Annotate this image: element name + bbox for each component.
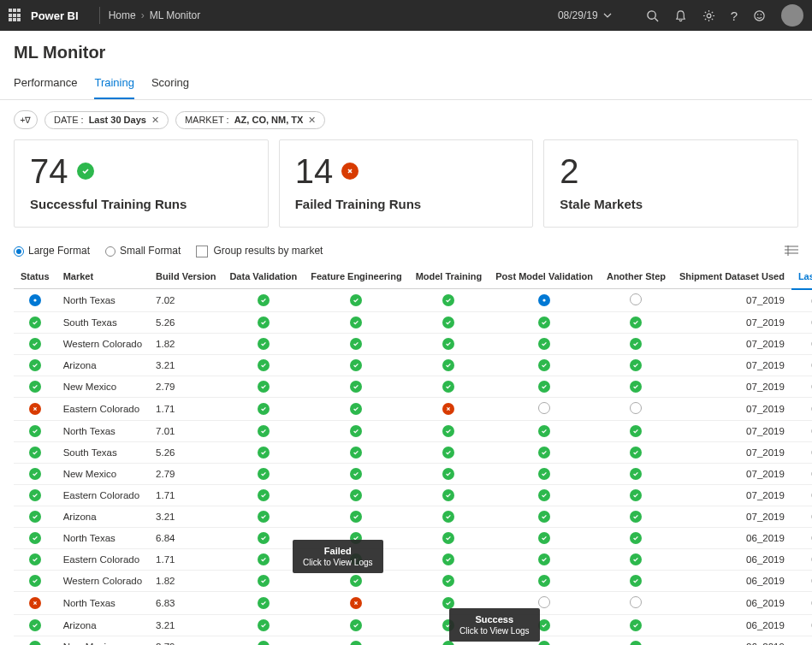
status-success-icon[interactable] xyxy=(630,317,642,328)
status-success-icon[interactable] xyxy=(258,338,270,350)
avatar[interactable] xyxy=(781,4,803,27)
table-row[interactable]: South Texas5.2607_201902:42CST08-12-2019 xyxy=(14,442,812,464)
status-success-icon[interactable] xyxy=(538,489,550,501)
status-success-icon[interactable] xyxy=(442,425,454,437)
col-shipment-dataset[interactable]: Shipment Dataset Used xyxy=(673,266,791,289)
status-success-icon[interactable] xyxy=(538,447,550,459)
filter-chip-date-remove[interactable]: ✕ xyxy=(151,115,159,126)
status-failed-icon[interactable] xyxy=(29,597,41,609)
tab-training[interactable]: Training xyxy=(94,69,133,99)
status-success-icon[interactable] xyxy=(29,619,41,631)
table-row[interactable]: Eastern Colorado1.7106_201902:51CST08-05… xyxy=(14,549,812,571)
table-row[interactable]: New Mexico2.7906_201903:43CST07-28-2019 xyxy=(14,636,812,645)
bell-icon[interactable] xyxy=(674,9,687,22)
status-success-icon[interactable] xyxy=(442,575,454,587)
search-icon[interactable] xyxy=(646,9,659,22)
status-success-icon[interactable] xyxy=(258,532,270,544)
status-success-icon[interactable] xyxy=(630,489,642,501)
table-row[interactable]: Western Colorado1.8206_201902:38CST08-05… xyxy=(14,571,812,592)
status-success-icon[interactable] xyxy=(258,468,270,480)
help-icon[interactable]: ? xyxy=(731,9,738,23)
table-row[interactable]: North Texas6.8406_201902:57CST08-05-2019 xyxy=(14,528,812,549)
status-success-icon[interactable] xyxy=(29,447,41,459)
status-success-icon[interactable] xyxy=(442,641,454,645)
col-feature-engineering[interactable]: Feature Engineering xyxy=(304,266,408,289)
status-success-icon[interactable] xyxy=(630,619,642,631)
status-success-icon[interactable] xyxy=(630,338,642,350)
status-success-icon[interactable] xyxy=(350,468,362,480)
table-row[interactable]: Arizona3.2107_201902:22CST08-12-2019 xyxy=(14,506,812,528)
card-failed-runs[interactable]: 14 Failed Training Runs xyxy=(279,139,534,228)
col-market[interactable]: Market xyxy=(56,266,149,289)
table-row[interactable]: South Texas5.2607_201901:37CST08-19-2019 xyxy=(14,312,812,334)
status-success-icon[interactable] xyxy=(350,359,362,371)
status-success-icon[interactable] xyxy=(29,553,41,565)
status-success-icon[interactable] xyxy=(258,317,270,328)
card-stale-markets[interactable]: 2 Stale Markets xyxy=(543,139,798,228)
status-success-icon[interactable] xyxy=(442,532,454,544)
col-last-training-attempt[interactable]: Last Training Attempt At↓ xyxy=(791,266,812,289)
status-success-icon[interactable] xyxy=(442,447,454,459)
status-success-icon[interactable] xyxy=(538,381,550,393)
status-success-icon[interactable] xyxy=(258,447,270,459)
checkbox-group-by-market[interactable]: Group results by market xyxy=(196,245,323,257)
status-success-icon[interactable] xyxy=(630,532,642,544)
status-success-icon[interactable] xyxy=(350,338,362,350)
status-success-icon[interactable] xyxy=(538,511,550,523)
col-model-training[interactable]: Model Training xyxy=(409,266,489,289)
status-success-icon[interactable] xyxy=(258,489,270,501)
gear-icon[interactable] xyxy=(702,9,715,22)
status-success-icon[interactable] xyxy=(442,338,454,350)
status-success-icon[interactable] xyxy=(350,489,362,501)
status-success-icon[interactable] xyxy=(538,619,550,631)
filter-chip-date[interactable]: DATE : Last 30 Days ✕ xyxy=(44,111,169,129)
status-success-icon[interactable] xyxy=(442,359,454,371)
columns-icon[interactable] xyxy=(785,246,798,256)
status-success-icon[interactable] xyxy=(350,317,362,328)
status-success-icon[interactable] xyxy=(350,511,362,523)
status-success-icon[interactable] xyxy=(29,359,41,371)
status-success-icon[interactable] xyxy=(538,338,550,350)
status-success-icon[interactable] xyxy=(442,468,454,480)
status-success-icon[interactable] xyxy=(258,359,270,371)
status-success-icon[interactable] xyxy=(630,359,642,371)
col-data-validation[interactable]: Data Validation xyxy=(222,266,304,289)
filter-chip-market[interactable]: MARKET : AZ, CO, NM, TX ✕ xyxy=(175,111,325,129)
status-success-icon[interactable] xyxy=(258,553,270,565)
status-success-icon[interactable] xyxy=(442,489,454,501)
status-success-icon[interactable] xyxy=(538,553,550,565)
status-success-icon[interactable] xyxy=(630,553,642,565)
status-success-icon[interactable] xyxy=(630,511,642,523)
status-success-icon[interactable] xyxy=(630,468,642,480)
breadcrumb-home[interactable]: Home xyxy=(109,9,136,21)
status-success-icon[interactable] xyxy=(442,597,454,609)
table-row[interactable]: Arizona3.2107_201901:31CST08-19-2019 xyxy=(14,355,812,376)
date-selector[interactable]: 08/29/19 xyxy=(558,9,612,21)
status-failed-icon[interactable] xyxy=(29,403,41,415)
status-success-icon[interactable] xyxy=(29,532,41,544)
status-success-icon[interactable] xyxy=(350,575,362,587)
table-row[interactable]: Arizona3.2106_201903:45CST07-28-2019 xyxy=(14,615,812,636)
table-row[interactable]: Eastern Colorado1.7107_201902:27CST08-12… xyxy=(14,485,812,506)
status-success-icon[interactable] xyxy=(29,641,41,645)
status-success-icon[interactable] xyxy=(29,425,41,437)
status-success-icon[interactable] xyxy=(442,511,454,523)
status-success-icon[interactable] xyxy=(350,619,362,631)
status-success-icon[interactable] xyxy=(29,489,41,501)
table-row[interactable]: North Texas7.0207_201901:43CST08-19-2019 xyxy=(14,289,812,312)
col-build[interactable]: Build Version xyxy=(149,266,222,289)
status-success-icon[interactable] xyxy=(350,381,362,393)
status-success-icon[interactable] xyxy=(350,447,362,459)
status-success-icon[interactable] xyxy=(350,425,362,437)
status-success-icon[interactable] xyxy=(442,381,454,393)
smile-icon[interactable] xyxy=(753,9,766,22)
filter-chip-market-remove[interactable]: ✕ xyxy=(308,115,316,126)
card-successful-runs[interactable]: 74 Successful Training Runs xyxy=(14,139,269,228)
status-success-icon[interactable] xyxy=(258,575,270,587)
status-success-icon[interactable] xyxy=(258,403,270,415)
status-success-icon[interactable] xyxy=(29,317,41,328)
status-success-icon[interactable] xyxy=(258,641,270,645)
status-success-icon[interactable] xyxy=(258,511,270,523)
status-success-icon[interactable] xyxy=(442,619,454,631)
table-row[interactable]: North Texas6.8306_201902:27CST08-05-2019 xyxy=(14,592,812,615)
